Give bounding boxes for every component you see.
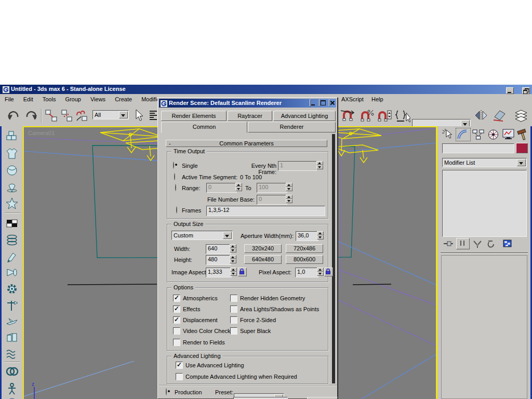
menu-tools[interactable]: Tools — [38, 94, 61, 105]
object-color-swatch[interactable] — [516, 143, 528, 153]
knot-icon[interactable] — [5, 365, 21, 379]
video-color-check-checkbox[interactable] — [173, 327, 180, 335]
width-field[interactable]: 640 — [206, 244, 231, 254]
rollout-header-common-parameters[interactable]: - Common Parameters — [166, 140, 327, 147]
spotlight-icon[interactable] — [5, 266, 21, 281]
range-from-spinner[interactable] — [235, 183, 242, 191]
tab-raytracer[interactable]: Raytracer — [228, 111, 272, 121]
restore-button[interactable] — [522, 87, 530, 94]
modifier-stack-list[interactable] — [442, 170, 527, 237]
make-unique-button[interactable] — [472, 239, 483, 249]
compute-advanced-lighting-checkbox[interactable] — [176, 373, 183, 380]
image-aspect-lock-button[interactable] — [238, 268, 247, 276]
star-icon[interactable] — [5, 197, 21, 211]
pixel-aspect-field[interactable]: 1,0 — [295, 268, 318, 277]
menu-create[interactable]: Create — [110, 94, 137, 105]
dialog-scrollbar[interactable] — [332, 134, 335, 383]
redo-button[interactable] — [24, 109, 38, 123]
ball-icon[interactable] — [5, 164, 21, 178]
width-spinner[interactable] — [230, 244, 236, 252]
tab-utilities[interactable] — [516, 128, 529, 141]
cubes-icon[interactable] — [5, 130, 21, 144]
shirt-icon[interactable] — [5, 147, 21, 162]
frames-field[interactable]: 1,3,5-12 — [206, 206, 325, 216]
every-nth-frame-field[interactable]: 1 — [278, 161, 317, 171]
height-field[interactable]: 480 — [206, 255, 231, 265]
menu-help[interactable]: Help — [367, 94, 388, 105]
modifier-list-dropdown[interactable]: Modifier List — [442, 158, 527, 167]
layers-button[interactable] — [512, 109, 530, 123]
effects-checkbox[interactable]: ✓ — [173, 305, 180, 313]
spinning-top-icon[interactable] — [5, 180, 21, 195]
airplane-icon[interactable] — [5, 315, 21, 329]
super-black-checkbox[interactable] — [230, 327, 237, 335]
preset-640x480-button[interactable]: 640x480 — [244, 255, 282, 264]
displacement-checkbox[interactable]: ✓ — [173, 316, 180, 324]
partial-icon[interactable] — [5, 397, 21, 399]
image-aspect-spinner[interactable] — [230, 268, 237, 276]
preset-320x240-button[interactable]: 320x240 — [244, 244, 282, 253]
dialog-titlebar[interactable]: Render Scene: Default Scanline Renderer — [159, 99, 336, 108]
mirror-button[interactable] — [474, 109, 488, 123]
aperture-width-spinner[interactable] — [317, 231, 324, 240]
output-size-preset-dropdown[interactable]: Custom — [171, 231, 233, 240]
rollout-area[interactable] — [441, 255, 527, 399]
frames-radio[interactable] — [176, 206, 177, 214]
menu-group[interactable]: Group — [60, 94, 86, 105]
range-from-field[interactable]: 0 — [206, 183, 237, 193]
preset-800x600-button[interactable]: 800x600 — [286, 255, 323, 264]
range-to-field[interactable]: 100 — [257, 183, 287, 193]
snap-toggle-button[interactable] — [339, 109, 356, 123]
waves-icon[interactable] — [5, 347, 21, 362]
height-spinner[interactable] — [230, 255, 236, 263]
checkerboard-icon[interactable] — [5, 217, 21, 231]
menu-edit[interactable]: Edit — [19, 94, 38, 105]
minimize-button[interactable] — [506, 87, 514, 94]
render-to-fields-checkbox[interactable] — [173, 339, 180, 346]
range-radio[interactable] — [175, 184, 176, 191]
image-aspect-field[interactable]: 1,333 — [206, 268, 232, 277]
preset-720x486-button[interactable]: 720x486 — [286, 244, 323, 253]
angle-snap-button[interactable] — [358, 109, 374, 123]
pin-stack-button[interactable] — [443, 239, 454, 249]
render-hidden-geometry-checkbox[interactable] — [230, 295, 237, 302]
range-to-spinner[interactable] — [286, 183, 292, 191]
select-and-link-button[interactable] — [45, 109, 58, 123]
tab-advanced-lighting[interactable]: Advanced Lighting — [273, 111, 336, 121]
remove-modifier-button[interactable] — [485, 239, 497, 249]
atmospherics-checkbox[interactable]: ✓ — [173, 295, 180, 302]
springs-icon[interactable] — [5, 233, 21, 248]
tab-display[interactable] — [501, 128, 515, 141]
pixel-aspect-lock-button[interactable] — [324, 268, 333, 276]
file-number-base-field[interactable]: 0 — [257, 195, 287, 205]
menu-maxscript[interactable]: AXScript — [337, 94, 368, 105]
production-radio[interactable] — [166, 388, 167, 395]
show-end-result-button[interactable] — [456, 238, 470, 249]
dialog-close-button[interactable] — [329, 99, 330, 107]
configure-modifier-sets-button[interactable] — [502, 238, 513, 249]
marker-icon[interactable] — [5, 250, 21, 264]
tab-render-elements[interactable]: Render Elements — [161, 111, 227, 121]
every-nth-frame-spinner[interactable] — [316, 161, 323, 169]
bind-to-space-warp-button[interactable] — [75, 109, 89, 123]
tab-modify[interactable] — [456, 128, 470, 141]
pixel-aspect-spinner[interactable] — [317, 268, 324, 276]
skeleton-icon[interactable] — [5, 382, 21, 396]
gear-icon[interactable] — [5, 282, 21, 297]
unlink-selection-button[interactable] — [60, 109, 74, 123]
file-number-base-spinner[interactable] — [286, 195, 292, 203]
tab-motion[interactable] — [486, 128, 500, 141]
menu-file[interactable]: File — [0, 94, 19, 105]
single-radio[interactable] — [173, 162, 174, 169]
force-2-sided-checkbox[interactable] — [230, 316, 237, 324]
viewport-label[interactable]: Camera01 — [28, 130, 55, 136]
named-selections-button[interactable] — [394, 109, 410, 124]
align-button[interactable] — [491, 109, 507, 123]
area-lights-checkbox[interactable] — [230, 305, 237, 313]
app-titlebar[interactable]: Untitled - 3ds max 6 - Stand-alone Licen… — [0, 85, 532, 94]
undo-button[interactable] — [6, 109, 21, 123]
menu-views[interactable]: Views — [86, 94, 110, 105]
tab-common[interactable]: Common — [161, 122, 247, 133]
spinner-snap-button[interactable] — [376, 109, 392, 123]
tab-renderer[interactable]: Renderer — [248, 122, 336, 132]
